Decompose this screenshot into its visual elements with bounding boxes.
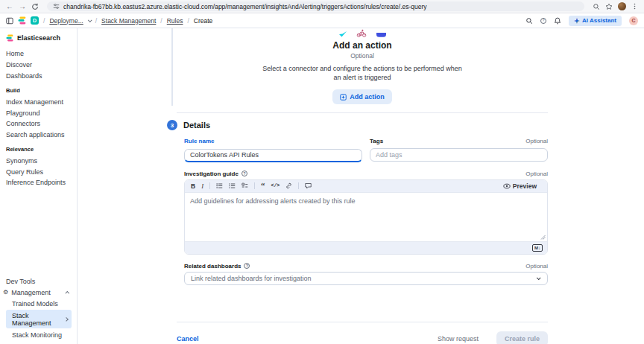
sidebar-item-stack-management[interactable]: Stack Management — [6, 310, 72, 328]
sidebar-footer: Dev Tools ⚙ Management Trained Models St… — [6, 276, 73, 340]
chevron-down-icon[interactable] — [88, 18, 92, 22]
sidebar-item-inference-endpoints[interactable]: Inference Endpoints — [6, 177, 73, 188]
sidebar-item-discover[interactable]: Discover — [6, 60, 73, 71]
sidebar-nav: Elasticsearch Home Discover Dashboards B… — [0, 28, 78, 344]
help-icon[interactable]: ? — [540, 18, 546, 24]
forward-icon[interactable]: → — [19, 3, 26, 10]
link-button[interactable] — [285, 182, 292, 189]
breadcrumb-rules[interactable]: Rules — [167, 17, 183, 25]
elastic-logo[interactable] — [18, 16, 26, 25]
sidebar-item-dashboards[interactable]: Dashboards — [6, 71, 73, 82]
rule-name-label: Rule name — [184, 138, 214, 144]
sidebar-item-index-management[interactable]: Index Management — [6, 96, 73, 107]
rule-name-input[interactable] — [184, 149, 362, 162]
bold-button[interactable]: B — [191, 183, 195, 190]
resize-handle[interactable] — [540, 235, 546, 240]
preview-button[interactable]: Preview — [499, 182, 541, 191]
unordered-list-button[interactable] — [216, 182, 223, 189]
search-icon[interactable] — [525, 17, 533, 25]
breadcrumb-deployment[interactable]: Deployme... — [49, 17, 83, 25]
elasticsearch-logo-icon — [6, 34, 13, 42]
sidebar-item-management[interactable]: ⚙ Management — [3, 287, 73, 299]
task-list-button[interactable] — [242, 182, 248, 189]
site-settings-icon[interactable] — [53, 3, 60, 10]
italic-button[interactable]: I — [201, 183, 203, 190]
markdown-toolbar: B I — [185, 180, 547, 192]
url-text: chandrika-fb67bb.kb.eastus2.azure.elasti… — [63, 3, 427, 10]
refresh-icon[interactable] — [31, 3, 39, 10]
related-dashboards-optional-label: Optional — [525, 263, 548, 270]
back-icon[interactable]: ← — [6, 3, 13, 10]
sidebar-item-connectors[interactable]: Connectors — [6, 118, 73, 130]
sidebar-item-synonyms[interactable]: Synonyms — [6, 155, 73, 166]
connector-logo-icon — [356, 29, 367, 37]
create-rule-button[interactable]: Create rule — [496, 331, 548, 344]
tags-input[interactable] — [370, 148, 548, 162]
info-icon[interactable]: ? — [244, 263, 250, 269]
browser-menu-icon[interactable] — [631, 3, 638, 10]
address-bar[interactable]: chandrika-fb67bb.kb.eastus2.azure.elasti… — [47, 1, 584, 11]
quote-button[interactable]: “ — [261, 182, 265, 190]
breadcrumb-separator: / — [187, 17, 189, 25]
browser-profile-avatar[interactable] — [618, 2, 626, 10]
chevron-down-icon — [537, 275, 541, 280]
notifications-bell-icon[interactable] — [554, 17, 561, 25]
related-dashboards-placeholder: Link related dashboards for investigatio… — [191, 275, 312, 282]
rule-name-field-group: Rule name — [184, 138, 362, 162]
preview-label: Preview — [513, 182, 537, 190]
section-divider — [177, 112, 548, 113]
breadcrumb-stack-management[interactable]: Stack Management — [101, 17, 156, 25]
tags-field-group: Tags Optional — [370, 138, 548, 162]
breadcrumb-create: Create — [194, 17, 213, 25]
user-avatar[interactable]: C — [629, 16, 638, 25]
sidebar-item-dev-tools[interactable]: Dev Tools — [6, 276, 73, 287]
related-dashboards-group: Related dashboards ? Optional Link relat… — [184, 263, 548, 285]
sidebar-item-stack-monitoring[interactable]: Stack Monitoring — [6, 329, 73, 340]
form-footer: Cancel Show request Create rule — [177, 331, 548, 344]
toolbar-divider — [209, 182, 210, 189]
sidebar-item-home[interactable]: Home — [6, 48, 73, 60]
kibana-header: D / Deployme... / Stack Management / Rul… — [0, 13, 644, 28]
breadcrumb-separator: / — [95, 17, 97, 25]
sidebar-item-playground[interactable]: Playground — [6, 107, 73, 118]
comment-button[interactable] — [305, 182, 312, 189]
add-action-title: Add an action — [177, 40, 548, 51]
bookmark-star-icon[interactable] — [605, 3, 613, 10]
sidebar-item-trained-models[interactable]: Trained Models — [6, 299, 73, 310]
ai-assistant-button[interactable]: AI Assistant — [569, 16, 622, 26]
markdown-syntax-icon[interactable]: M↓ — [532, 244, 543, 252]
related-dashboards-select[interactable]: Link related dashboards for investigatio… — [184, 272, 548, 285]
markdown-body — [185, 192, 547, 241]
breadcrumb-separator: / — [43, 17, 45, 25]
info-icon[interactable]: ? — [242, 171, 247, 176]
tags-optional-label: Optional — [525, 138, 548, 144]
step-connector-line — [171, 28, 173, 106]
ordered-list-button[interactable] — [229, 182, 236, 189]
sidebar-app-title: Elasticsearch — [17, 34, 60, 42]
markdown-footer: M↓ — [185, 241, 547, 254]
sidebar-item-search-applications[interactable]: Search applications — [6, 130, 73, 141]
eye-icon — [503, 183, 511, 189]
add-action-description: Select a connector and configure the act… — [258, 64, 467, 82]
sidebar-section-build: Build — [6, 87, 73, 94]
breadcrumb-separator: / — [160, 17, 162, 25]
chevron-up-icon — [65, 291, 69, 296]
deployment-badge[interactable]: D — [31, 16, 39, 25]
markdown-editor: B I — [184, 179, 548, 255]
code-button[interactable]: </> — [271, 184, 280, 189]
browser-search-icon[interactable] — [593, 3, 600, 10]
chevron-right-icon — [64, 317, 68, 321]
add-action-button[interactable]: Add action — [332, 89, 392, 104]
sidebar-app-header[interactable]: Elasticsearch — [6, 34, 73, 42]
investigation-guide-label: Investigation guide — [184, 171, 239, 177]
browser-toolbar: ← → chandrika-fb67bb.kb.eastus2.azure.el… — [0, 0, 644, 13]
sidebar-item-query-rules[interactable]: Query Rules — [6, 166, 73, 177]
sidebar-section-relevance: Relevance — [6, 146, 73, 153]
step-number-badge: 3 — [167, 120, 177, 130]
investigation-guide-textarea[interactable] — [185, 193, 547, 241]
footer-divider — [177, 322, 548, 322]
show-request-button[interactable]: Show request — [433, 334, 483, 343]
cancel-button[interactable]: Cancel — [177, 335, 199, 343]
management-label: Management — [11, 289, 51, 296]
nav-collapse-icon[interactable] — [6, 17, 13, 25]
